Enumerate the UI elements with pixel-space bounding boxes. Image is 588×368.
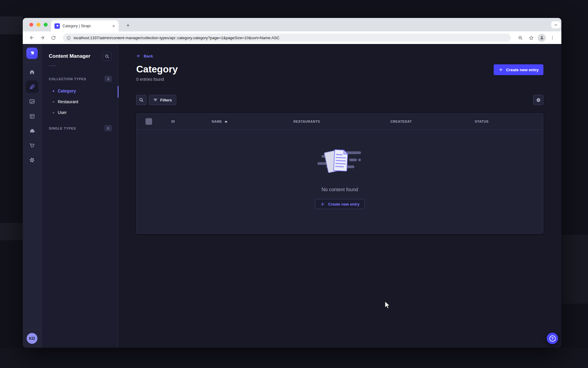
nav-content-manager-button[interactable] <box>26 80 38 93</box>
feather-icon <box>29 84 35 90</box>
desktop-wallpaper-block <box>561 235 588 304</box>
search-icon <box>139 98 144 102</box>
user-avatar[interactable]: KD <box>27 333 37 344</box>
window-minimize-button[interactable] <box>37 23 40 27</box>
browser-reload-button[interactable] <box>49 34 57 42</box>
nav-deploy-button[interactable] <box>26 124 38 137</box>
rail-divider <box>23 63 41 63</box>
zoom-search-icon[interactable] <box>516 34 525 42</box>
nav-settings-button[interactable] <box>26 154 38 166</box>
select-all-checkbox[interactable] <box>146 118 152 125</box>
desktop-wallpaper-block <box>0 223 23 240</box>
table-settings-button[interactable] <box>533 95 543 105</box>
subnav-header: Content Manager <box>42 52 118 61</box>
entries-count: 0 entries found <box>136 77 543 82</box>
subnav-item-user[interactable]: User <box>42 107 118 118</box>
filters-label: Filters <box>160 98 172 102</box>
subnav-item-label: User <box>58 110 67 115</box>
collection-types-list: Category Restaurant User <box>42 86 118 118</box>
cloud-icon <box>29 128 35 134</box>
rail-bottom: KD <box>23 329 41 348</box>
empty-state-message: No content found <box>322 187 358 192</box>
browser-forward-button[interactable] <box>38 34 47 42</box>
window-zoom-button[interactable] <box>44 23 48 27</box>
filters-button[interactable]: Filters <box>149 95 176 105</box>
window-close-button[interactable] <box>29 23 33 27</box>
subnav-title: Content Manager <box>49 53 90 59</box>
home-icon <box>29 69 35 75</box>
column-header-id[interactable]: ID <box>171 120 175 123</box>
search-icon <box>105 54 109 59</box>
column-header-restaurants[interactable]: RESTAURANTS <box>293 120 320 123</box>
gear-icon <box>536 98 541 103</box>
subnav-item-label: Restaurant <box>58 99 78 104</box>
nav-content-type-builder-button[interactable] <box>26 110 38 122</box>
new-tab-button[interactable] <box>124 21 132 29</box>
url-text: localhost:1337/admin/content-manager/col… <box>74 36 279 40</box>
single-types-section-header: SINGLE TYPES 0 <box>42 125 118 131</box>
mouse-cursor <box>384 300 391 309</box>
plus-icon <box>498 67 503 72</box>
column-header-status[interactable]: STATUS <box>475 120 489 123</box>
browser-profile-button[interactable] <box>538 34 546 42</box>
search-button[interactable] <box>136 95 146 105</box>
empty-create-entry-button[interactable]: Create new entry <box>315 199 365 209</box>
gear-icon <box>29 157 35 163</box>
sort-ascending-icon <box>225 121 228 122</box>
subnav-item-restaurant[interactable]: Restaurant <box>42 96 118 107</box>
column-header-name[interactable]: NAME <box>212 120 228 123</box>
bullet-icon <box>53 90 54 92</box>
collection-types-section-header: COLLECTION TYPES 3 <box>42 76 118 82</box>
column-header-createdat[interactable]: CREATEDAT <box>390 120 412 123</box>
empty-state: No content found Create new entry <box>137 130 543 233</box>
cart-icon <box>29 142 35 148</box>
bullet-icon <box>53 101 54 103</box>
subnav-divider <box>49 66 56 66</box>
browser-window: Category | Strapi × localhost:1337/admin… <box>23 18 561 348</box>
strapi-app: KD Content Manager COLLECTION TYPES 3 <box>23 44 561 348</box>
question-mark-icon: ? <box>549 335 556 342</box>
desktop-wallpaper-block <box>0 16 23 34</box>
nav-media-library-button[interactable] <box>26 95 38 108</box>
strapi-logo[interactable] <box>26 48 38 59</box>
table-header-row: ID NAME RESTAURANTS CREATEDAT STATUS <box>137 114 543 129</box>
create-entry-label: Create new entry <box>506 68 539 72</box>
nav-home-button[interactable] <box>26 66 38 78</box>
browser-menu-icon[interactable] <box>548 34 557 42</box>
back-label: Back <box>144 54 153 58</box>
filter-icon <box>153 98 157 102</box>
plus-icon <box>320 202 325 207</box>
create-entry-button[interactable]: Create new entry <box>494 64 543 75</box>
collection-types-count-badge: 3 <box>104 76 112 82</box>
page-title: Category <box>136 64 543 75</box>
strapi-favicon <box>54 23 60 29</box>
site-info-icon[interactable] <box>66 36 71 40</box>
no-content-illustration <box>317 147 362 176</box>
content-manager-subnav: Content Manager COLLECTION TYPES 3 Categ… <box>42 44 118 348</box>
browser-tab[interactable]: Category | Strapi × <box>51 20 119 31</box>
tab-title: Category | Strapi <box>63 24 110 28</box>
entries-table: ID NAME RESTAURANTS CREATEDAT STATUS <box>136 113 543 234</box>
section-label: COLLECTION TYPES <box>49 77 86 81</box>
tab-close-icon[interactable]: × <box>112 24 115 28</box>
subnav-search-button[interactable] <box>102 52 111 61</box>
empty-create-entry-label: Create new entry <box>328 202 360 206</box>
subnav-item-category[interactable]: Category <box>42 86 118 96</box>
main-content: Back Category 0 entries found Create new… <box>118 44 561 348</box>
url-bar[interactable]: localhost:1337/admin/content-manager/col… <box>63 34 511 42</box>
layout-icon <box>29 113 35 119</box>
filter-row: Filters <box>136 95 543 105</box>
section-label: SINGLE TYPES <box>49 127 76 130</box>
back-link[interactable]: Back <box>136 54 153 58</box>
main-nav-rail: KD <box>23 44 42 348</box>
help-button[interactable]: ? <box>547 333 558 344</box>
tab-search-chevron-button[interactable] <box>551 21 560 28</box>
browser-back-button[interactable] <box>28 34 36 42</box>
nav-marketplace-button[interactable] <box>26 139 38 152</box>
bookmark-star-icon[interactable] <box>527 34 535 42</box>
browser-toolbar: localhost:1337/admin/content-manager/col… <box>23 31 561 44</box>
bullet-icon <box>53 112 54 113</box>
subnav-item-label: Category <box>58 89 76 93</box>
back-arrow-icon <box>136 54 141 58</box>
single-types-count-badge: 0 <box>104 125 112 131</box>
